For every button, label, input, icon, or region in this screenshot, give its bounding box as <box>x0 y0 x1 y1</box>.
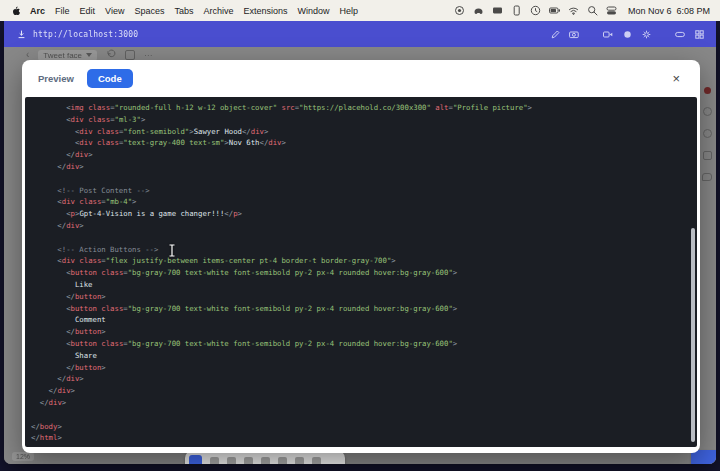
code-line: </div> <box>31 220 689 232</box>
code-line: <div class="font-semibold">Sawyer Hood</… <box>31 126 689 138</box>
code-line: <img class="rounded-full h-12 w-12 objec… <box>31 102 689 114</box>
display-icon[interactable] <box>492 5 504 17</box>
code-line <box>31 232 689 244</box>
code-line <box>31 173 689 185</box>
phone-icon[interactable] <box>511 5 523 17</box>
frame-square-icon[interactable] <box>703 151 712 160</box>
capsule-icon[interactable] <box>675 29 685 39</box>
tool-note[interactable] <box>295 457 304 465</box>
code-line: </div> <box>31 397 689 409</box>
code-line: </div> <box>31 161 689 173</box>
shape-dropdown-label: Tweet face <box>43 51 82 60</box>
editor-scrollbar[interactable] <box>691 228 695 442</box>
code-line: <div class="text-gray-400 text-sm">Nov 6… <box>31 137 689 149</box>
code-line: </div> <box>31 149 689 161</box>
tool-text[interactable] <box>278 457 287 465</box>
code-line: <!-- Action Buttons --> <box>31 244 689 256</box>
duplicate-icon[interactable] <box>125 50 135 60</box>
menu-item-window[interactable]: Window <box>298 6 330 16</box>
arc-window: http://localhost:3000 ‹ Tweet face <box>4 21 716 464</box>
desktop: ArcFileEditViewSpacesTabsArchiveExtensio… <box>0 0 720 471</box>
menu-items: ArcFileEditViewSpacesTabsArchiveExtensio… <box>26 6 368 16</box>
video-icon[interactable] <box>603 29 613 39</box>
code-line: </button> <box>31 291 689 303</box>
code-line: Comment <box>31 314 689 326</box>
clock-icon[interactable] <box>530 5 542 17</box>
app-icon[interactable] <box>473 5 485 17</box>
canvas-workspace: ‹ Tweet face ⋯ 12% Preview Code × <box>4 47 716 464</box>
menu-time[interactable]: 6:08 PM <box>676 6 710 16</box>
tab-code[interactable]: Code <box>87 69 133 88</box>
chat-bubble-icon[interactable] <box>702 173 712 181</box>
modal-header: Preview Code × <box>22 60 700 97</box>
menu-item-file[interactable]: File <box>55 6 70 16</box>
screenshot-icon[interactable] <box>569 29 579 39</box>
menu-item-edit[interactable]: Edit <box>80 6 96 16</box>
code-line: <button class="bg-gray-700 text-white fo… <box>31 267 689 279</box>
code-line: Share <box>31 350 689 362</box>
code-line: <div class="ml-3"> <box>31 114 689 126</box>
menu-item-spaces[interactable]: Spaces <box>134 6 164 16</box>
status-icons: Mon Nov 6 6:08 PM <box>454 5 710 17</box>
code-line: </div> <box>31 373 689 385</box>
tool-hand[interactable] <box>210 457 219 465</box>
code-line: </body> <box>31 421 689 433</box>
code-line: <div class="flex justify-between items-c… <box>31 255 689 267</box>
tool-arrow[interactable] <box>261 457 270 465</box>
code-line: </html> <box>31 432 689 444</box>
code-line: <button class="bg-gray-700 text-white fo… <box>31 303 689 315</box>
tool-eraser[interactable] <box>244 457 253 465</box>
menu-item-view[interactable]: View <box>105 6 124 16</box>
url-bar: http://localhost:3000 <box>4 21 716 47</box>
menu-item-extensions[interactable]: Extensions <box>243 6 287 16</box>
code-modal: Preview Code × <img class="rounded-full … <box>22 60 700 453</box>
record-dot-icon[interactable] <box>704 87 711 94</box>
more-options-icon[interactable]: ⋯ <box>144 51 153 60</box>
menu-item-archive[interactable]: Archive <box>203 6 233 16</box>
menu-item-help[interactable]: Help <box>340 6 359 16</box>
shapes-circle-icon[interactable] <box>703 129 712 138</box>
code-line: </div> <box>31 385 689 397</box>
text-cursor-icon <box>168 244 176 257</box>
close-icon[interactable]: × <box>668 70 684 87</box>
control-center-icon[interactable] <box>606 5 618 17</box>
tool-select[interactable] <box>189 455 202 465</box>
back-chevron-icon[interactable]: ‹ <box>26 51 29 59</box>
tool-draw[interactable] <box>227 457 236 465</box>
menu-item-tabs[interactable]: Tabs <box>174 6 193 16</box>
zoom-level[interactable]: 12% <box>12 452 34 461</box>
download-icon[interactable] <box>16 29 26 39</box>
code-line: </button> <box>31 326 689 338</box>
menu-date[interactable]: Mon Nov 6 <box>628 6 672 16</box>
tool-shapes[interactable] <box>312 457 321 465</box>
code-line: </button> <box>31 362 689 374</box>
code-line: <!-- Post Content --> <box>31 185 689 197</box>
battery-icon[interactable] <box>549 5 561 17</box>
code-line: <button class="bg-gray-700 text-white fo… <box>31 338 689 350</box>
grid-icon[interactable] <box>694 29 704 39</box>
menu-bar: ArcFileEditViewSpacesTabsArchiveExtensio… <box>0 0 720 21</box>
code-line: Like <box>31 279 689 291</box>
right-sidebar <box>699 87 715 181</box>
search-icon[interactable] <box>587 5 599 17</box>
tab-preview[interactable]: Preview <box>38 73 74 84</box>
code-line: <p>Gpt-4-Vision is a game changer!!!</p> <box>31 208 689 220</box>
record-icon[interactable] <box>454 5 466 17</box>
wifi-icon[interactable] <box>568 5 580 17</box>
url-text[interactable]: http://localhost:3000 <box>33 30 138 39</box>
style-circle-icon[interactable] <box>703 107 712 116</box>
settings-icon[interactable] <box>641 29 651 39</box>
code-editor[interactable]: <img class="rounded-full h-12 w-12 objec… <box>25 97 697 447</box>
chevron-down-icon <box>86 53 92 57</box>
menu-item-arc[interactable]: Arc <box>30 6 45 16</box>
code-content[interactable]: <img class="rounded-full h-12 w-12 objec… <box>25 97 697 444</box>
edit-icon[interactable] <box>550 29 560 39</box>
code-line <box>31 409 689 421</box>
record-dot-icon[interactable] <box>622 29 632 39</box>
shape-dropdown[interactable]: Tweet face <box>38 50 97 61</box>
url-toolbar <box>550 29 704 39</box>
apple-icon[interactable] <box>10 5 22 17</box>
code-line: <div class="mb-4"> <box>31 196 689 208</box>
